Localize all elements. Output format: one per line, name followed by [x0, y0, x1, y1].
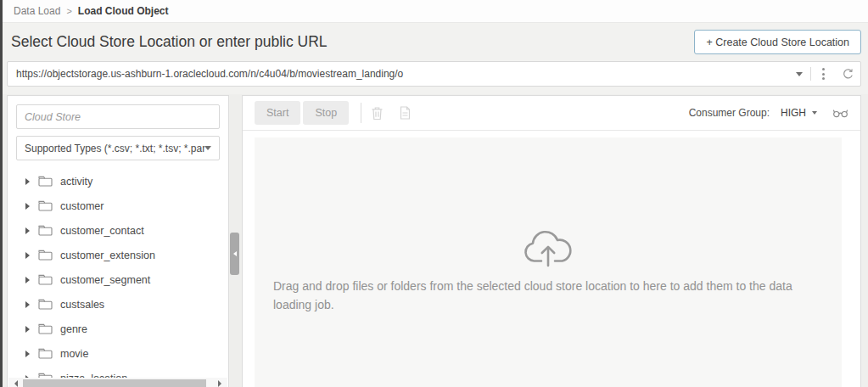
- chevron-down-icon: [204, 146, 211, 150]
- tree-item-customer-segment[interactable]: customer_segment: [16, 267, 220, 292]
- tree-item-custsales[interactable]: custsales: [16, 292, 220, 317]
- folder-icon: [38, 299, 53, 310]
- data-load-job-panel: Start Stop Consumer Group: HIGH: [242, 95, 861, 387]
- document-icon: [400, 106, 411, 120]
- folder-icon: [38, 225, 53, 236]
- expand-icon[interactable]: [25, 351, 30, 357]
- start-button[interactable]: Start: [255, 101, 300, 125]
- url-refresh-button[interactable]: [835, 62, 860, 86]
- consumer-group-select[interactable]: HIGH: [781, 107, 817, 119]
- expand-icon[interactable]: [25, 252, 30, 259]
- chevron-down-icon: [796, 72, 803, 76]
- drop-zone-message: Drag and drop files or folders from the …: [273, 278, 823, 314]
- tree-item-genre[interactable]: genre: [16, 317, 220, 341]
- cloud-upload-icon: [521, 224, 575, 270]
- tree-item-movie[interactable]: movie: [16, 341, 220, 366]
- splitter-collapse-handle[interactable]: [230, 233, 239, 275]
- stop-button[interactable]: Stop: [303, 101, 349, 125]
- url-menu-button[interactable]: [811, 62, 835, 86]
- scrollbar-thumb[interactable]: [23, 379, 206, 387]
- refresh-icon: [842, 68, 854, 81]
- cloud-store-search-input[interactable]: [16, 104, 220, 129]
- expand-icon[interactable]: [25, 203, 30, 210]
- folder-icon: [38, 348, 53, 359]
- chevron-down-icon: [812, 111, 817, 115]
- create-cloud-store-location-button[interactable]: + Create Cloud Store Location: [694, 30, 861, 54]
- page-title: Select Cloud Store Location or enter pub…: [11, 33, 328, 51]
- expand-icon[interactable]: [25, 301, 30, 308]
- folder-tree: activity customer customer_contact custo…: [16, 169, 220, 387]
- folder-icon: [38, 200, 53, 211]
- consumer-group-label: Consumer Group:: [689, 107, 770, 119]
- consumer-group-value: HIGH: [781, 107, 806, 119]
- toolbar-divider: [361, 103, 361, 123]
- inspect-jobs-button[interactable]: [832, 107, 848, 119]
- drag-drop-zone[interactable]: Drag and drop files or folders from the …: [255, 137, 842, 387]
- glasses-icon: [832, 107, 848, 119]
- supported-types-value: Supported Types (*.csv; *.txt; *.tsv; *.…: [25, 143, 204, 154]
- delete-button[interactable]: [371, 106, 384, 121]
- collapse-left-icon: [233, 251, 237, 256]
- cloud-store-url-field: [7, 61, 861, 87]
- expand-icon[interactable]: [25, 227, 30, 234]
- breadcrumb-data-load[interactable]: Data Load: [14, 5, 60, 17]
- tree-item-customer[interactable]: customer: [16, 194, 220, 218]
- cloud-store-url-input[interactable]: [8, 62, 788, 86]
- load-cloud-object-page: Data Load > Load Cloud Object Select Clo…: [0, 0, 868, 387]
- header-band: Select Cloud Store Location or enter pub…: [3, 23, 868, 94]
- breadcrumb: Data Load > Load Cloud Object: [3, 0, 868, 23]
- scroll-right-icon[interactable]: [218, 380, 221, 387]
- horizontal-scrollbar[interactable]: [8, 378, 227, 387]
- breadcrumb-current: Load Cloud Object: [78, 5, 169, 17]
- tree-item-activity[interactable]: activity: [16, 169, 220, 194]
- expand-icon[interactable]: [25, 326, 30, 333]
- job-toolbar: Start Stop Consumer Group: HIGH: [243, 96, 860, 131]
- folder-icon: [38, 250, 53, 261]
- tree-item-customer-extension[interactable]: customer_extension: [16, 243, 220, 267]
- tree-item-customer-contact[interactable]: customer_contact: [16, 218, 220, 243]
- breadcrumb-separator-icon: >: [66, 6, 71, 16]
- scroll-left-icon[interactable]: [14, 380, 18, 387]
- url-dropdown-button[interactable]: [788, 62, 810, 86]
- folder-icon: [38, 323, 53, 334]
- supported-types-select[interactable]: Supported Types (*.csv; *.txt; *.tsv; *.…: [16, 136, 220, 160]
- job-report-button[interactable]: [400, 106, 411, 120]
- folder-icon: [38, 176, 53, 187]
- folder-icon: [38, 274, 53, 285]
- trash-icon: [371, 106, 384, 121]
- expand-icon[interactable]: [25, 277, 30, 283]
- cloud-store-browser-panel: Supported Types (*.csv; *.txt; *.tsv; *.…: [7, 95, 229, 387]
- expand-icon[interactable]: [25, 178, 30, 185]
- kebab-icon: [822, 68, 825, 70]
